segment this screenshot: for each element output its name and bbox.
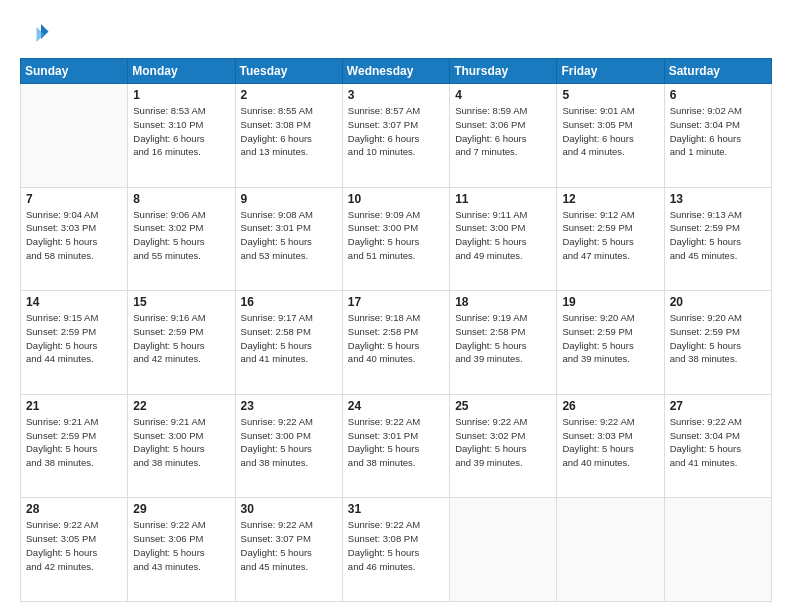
- calendar-cell: [450, 498, 557, 602]
- day-info: Sunrise: 9:02 AM Sunset: 3:04 PM Dayligh…: [670, 104, 766, 159]
- calendar-cell: [664, 498, 771, 602]
- day-info: Sunrise: 9:22 AM Sunset: 3:01 PM Dayligh…: [348, 415, 444, 470]
- day-number: 1: [133, 88, 229, 102]
- day-number: 26: [562, 399, 658, 413]
- calendar-table: SundayMondayTuesdayWednesdayThursdayFrid…: [20, 58, 772, 602]
- calendar-cell: 31Sunrise: 9:22 AM Sunset: 3:08 PM Dayli…: [342, 498, 449, 602]
- calendar-cell: 4Sunrise: 8:59 AM Sunset: 3:06 PM Daylig…: [450, 84, 557, 188]
- day-info: Sunrise: 9:21 AM Sunset: 3:00 PM Dayligh…: [133, 415, 229, 470]
- day-info: Sunrise: 8:59 AM Sunset: 3:06 PM Dayligh…: [455, 104, 551, 159]
- calendar-cell: 30Sunrise: 9:22 AM Sunset: 3:07 PM Dayli…: [235, 498, 342, 602]
- day-info: Sunrise: 9:22 AM Sunset: 3:06 PM Dayligh…: [133, 518, 229, 573]
- day-info: Sunrise: 9:22 AM Sunset: 3:00 PM Dayligh…: [241, 415, 337, 470]
- calendar-cell: 1Sunrise: 8:53 AM Sunset: 3:10 PM Daylig…: [128, 84, 235, 188]
- calendar-cell: 26Sunrise: 9:22 AM Sunset: 3:03 PM Dayli…: [557, 394, 664, 498]
- day-number: 23: [241, 399, 337, 413]
- col-header-saturday: Saturday: [664, 59, 771, 84]
- day-number: 18: [455, 295, 551, 309]
- svg-marker-0: [41, 24, 49, 39]
- calendar-cell: 7Sunrise: 9:04 AM Sunset: 3:03 PM Daylig…: [21, 187, 128, 291]
- calendar-cell: 12Sunrise: 9:12 AM Sunset: 2:59 PM Dayli…: [557, 187, 664, 291]
- day-number: 17: [348, 295, 444, 309]
- day-info: Sunrise: 9:08 AM Sunset: 3:01 PM Dayligh…: [241, 208, 337, 263]
- col-header-friday: Friday: [557, 59, 664, 84]
- day-number: 25: [455, 399, 551, 413]
- calendar-cell: 5Sunrise: 9:01 AM Sunset: 3:05 PM Daylig…: [557, 84, 664, 188]
- col-header-thursday: Thursday: [450, 59, 557, 84]
- day-info: Sunrise: 9:22 AM Sunset: 3:08 PM Dayligh…: [348, 518, 444, 573]
- calendar-header-row: SundayMondayTuesdayWednesdayThursdayFrid…: [21, 59, 772, 84]
- day-number: 31: [348, 502, 444, 516]
- day-number: 21: [26, 399, 122, 413]
- day-number: 28: [26, 502, 122, 516]
- calendar-cell: 27Sunrise: 9:22 AM Sunset: 3:04 PM Dayli…: [664, 394, 771, 498]
- day-info: Sunrise: 9:22 AM Sunset: 3:07 PM Dayligh…: [241, 518, 337, 573]
- calendar-cell: [557, 498, 664, 602]
- day-number: 8: [133, 192, 229, 206]
- calendar-week-row: 7Sunrise: 9:04 AM Sunset: 3:03 PM Daylig…: [21, 187, 772, 291]
- calendar-cell: 14Sunrise: 9:15 AM Sunset: 2:59 PM Dayli…: [21, 291, 128, 395]
- day-info: Sunrise: 9:21 AM Sunset: 2:59 PM Dayligh…: [26, 415, 122, 470]
- calendar-cell: 9Sunrise: 9:08 AM Sunset: 3:01 PM Daylig…: [235, 187, 342, 291]
- day-info: Sunrise: 9:06 AM Sunset: 3:02 PM Dayligh…: [133, 208, 229, 263]
- day-info: Sunrise: 9:20 AM Sunset: 2:59 PM Dayligh…: [670, 311, 766, 366]
- day-number: 2: [241, 88, 337, 102]
- day-info: Sunrise: 9:11 AM Sunset: 3:00 PM Dayligh…: [455, 208, 551, 263]
- calendar-cell: 25Sunrise: 9:22 AM Sunset: 3:02 PM Dayli…: [450, 394, 557, 498]
- calendar-cell: 17Sunrise: 9:18 AM Sunset: 2:58 PM Dayli…: [342, 291, 449, 395]
- col-header-sunday: Sunday: [21, 59, 128, 84]
- calendar-cell: 6Sunrise: 9:02 AM Sunset: 3:04 PM Daylig…: [664, 84, 771, 188]
- calendar-cell: 20Sunrise: 9:20 AM Sunset: 2:59 PM Dayli…: [664, 291, 771, 395]
- calendar-week-row: 1Sunrise: 8:53 AM Sunset: 3:10 PM Daylig…: [21, 84, 772, 188]
- day-number: 6: [670, 88, 766, 102]
- col-header-wednesday: Wednesday: [342, 59, 449, 84]
- day-info: Sunrise: 9:20 AM Sunset: 2:59 PM Dayligh…: [562, 311, 658, 366]
- day-number: 13: [670, 192, 766, 206]
- day-number: 16: [241, 295, 337, 309]
- day-number: 20: [670, 295, 766, 309]
- day-info: Sunrise: 9:16 AM Sunset: 2:59 PM Dayligh…: [133, 311, 229, 366]
- calendar-week-row: 28Sunrise: 9:22 AM Sunset: 3:05 PM Dayli…: [21, 498, 772, 602]
- day-info: Sunrise: 9:18 AM Sunset: 2:58 PM Dayligh…: [348, 311, 444, 366]
- calendar-week-row: 14Sunrise: 9:15 AM Sunset: 2:59 PM Dayli…: [21, 291, 772, 395]
- calendar-cell: 29Sunrise: 9:22 AM Sunset: 3:06 PM Dayli…: [128, 498, 235, 602]
- day-number: 12: [562, 192, 658, 206]
- day-number: 24: [348, 399, 444, 413]
- calendar-cell: 21Sunrise: 9:21 AM Sunset: 2:59 PM Dayli…: [21, 394, 128, 498]
- day-info: Sunrise: 9:19 AM Sunset: 2:58 PM Dayligh…: [455, 311, 551, 366]
- day-info: Sunrise: 8:55 AM Sunset: 3:08 PM Dayligh…: [241, 104, 337, 159]
- day-number: 15: [133, 295, 229, 309]
- calendar-cell: [21, 84, 128, 188]
- day-info: Sunrise: 9:22 AM Sunset: 3:03 PM Dayligh…: [562, 415, 658, 470]
- calendar-cell: 15Sunrise: 9:16 AM Sunset: 2:59 PM Dayli…: [128, 291, 235, 395]
- calendar-cell: 28Sunrise: 9:22 AM Sunset: 3:05 PM Dayli…: [21, 498, 128, 602]
- calendar-cell: 24Sunrise: 9:22 AM Sunset: 3:01 PM Dayli…: [342, 394, 449, 498]
- logo-icon: [20, 18, 50, 48]
- day-info: Sunrise: 8:53 AM Sunset: 3:10 PM Dayligh…: [133, 104, 229, 159]
- calendar-cell: 3Sunrise: 8:57 AM Sunset: 3:07 PM Daylig…: [342, 84, 449, 188]
- calendar-cell: 10Sunrise: 9:09 AM Sunset: 3:00 PM Dayli…: [342, 187, 449, 291]
- day-info: Sunrise: 9:01 AM Sunset: 3:05 PM Dayligh…: [562, 104, 658, 159]
- calendar-cell: 8Sunrise: 9:06 AM Sunset: 3:02 PM Daylig…: [128, 187, 235, 291]
- day-info: Sunrise: 8:57 AM Sunset: 3:07 PM Dayligh…: [348, 104, 444, 159]
- day-number: 14: [26, 295, 122, 309]
- day-number: 27: [670, 399, 766, 413]
- day-info: Sunrise: 9:15 AM Sunset: 2:59 PM Dayligh…: [26, 311, 122, 366]
- col-header-monday: Monday: [128, 59, 235, 84]
- page: SundayMondayTuesdayWednesdayThursdayFrid…: [0, 0, 792, 612]
- day-info: Sunrise: 9:22 AM Sunset: 3:05 PM Dayligh…: [26, 518, 122, 573]
- day-number: 4: [455, 88, 551, 102]
- day-number: 3: [348, 88, 444, 102]
- day-number: 19: [562, 295, 658, 309]
- day-number: 9: [241, 192, 337, 206]
- day-number: 11: [455, 192, 551, 206]
- day-info: Sunrise: 9:22 AM Sunset: 3:04 PM Dayligh…: [670, 415, 766, 470]
- col-header-tuesday: Tuesday: [235, 59, 342, 84]
- header: [20, 18, 772, 48]
- day-number: 29: [133, 502, 229, 516]
- calendar-cell: 22Sunrise: 9:21 AM Sunset: 3:00 PM Dayli…: [128, 394, 235, 498]
- calendar-week-row: 21Sunrise: 9:21 AM Sunset: 2:59 PM Dayli…: [21, 394, 772, 498]
- day-info: Sunrise: 9:17 AM Sunset: 2:58 PM Dayligh…: [241, 311, 337, 366]
- day-number: 5: [562, 88, 658, 102]
- logo: [20, 18, 54, 48]
